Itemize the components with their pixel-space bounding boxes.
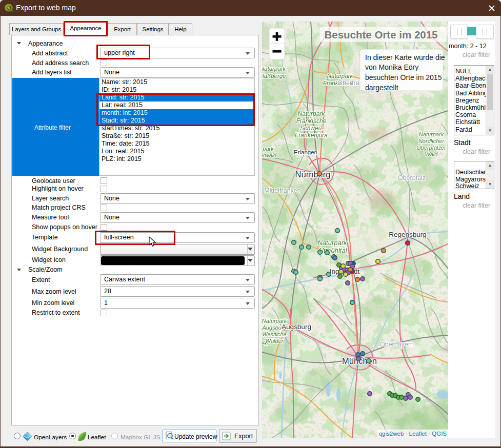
svg-text:dargestellt: dargestellt <box>365 84 398 92</box>
svg-text:besuchten Orte im 2015: besuchten Orte im 2015 <box>365 73 442 82</box>
svg-text:Oberbayern: Oberbayern <box>380 341 414 348</box>
svg-text:Oberpfalz: Oberpfalz <box>398 174 426 181</box>
svg-text:Augsburg: Augsburg <box>282 323 311 331</box>
svg-text:In dieser Karte wurde die: In dieser Karte wurde die <box>365 53 445 62</box>
svg-text:en: en <box>262 340 268 347</box>
svg-text:Besuchte Orte im 2015: Besuchte Orte im 2015 <box>324 29 437 40</box>
svg-text:von Monika Eöry: von Monika Eöry <box>365 63 418 71</box>
svg-text:Mittelfranken: Mittelfranken <box>264 187 301 194</box>
svg-text:Erlangen: Erlangen <box>294 149 317 155</box>
svg-text:Regensburg: Regensburg <box>389 231 427 238</box>
svg-text:Nürnberg: Nürnberg <box>295 170 331 179</box>
svg-text:NaturparkHaßberge: NaturparkHaßberge <box>262 66 286 79</box>
svg-text:qgis2web · Leaflet · QGIS: qgis2web · Leaflet · QGIS <box>379 431 447 437</box>
